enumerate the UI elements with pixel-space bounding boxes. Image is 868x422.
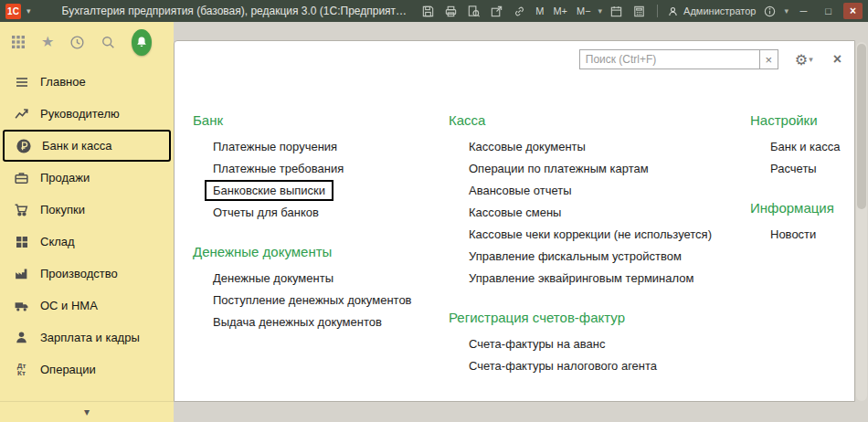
command-link[interactable]: Управление фискальным устройством xyxy=(469,249,682,263)
1c-logo[interactable]: 1С xyxy=(5,4,21,19)
sidebar-item-prodazhi[interactable]: Продажи xyxy=(0,162,174,194)
command-link[interactable]: Денежные документы xyxy=(213,271,333,285)
calendar-icon[interactable] xyxy=(608,3,625,20)
command-link[interactable]: Кассовые чеки коррекции (не используется… xyxy=(469,227,712,241)
sidebar-collapse-bar[interactable]: ▾ xyxy=(0,401,174,422)
user-menu[interactable]: Администратор xyxy=(667,5,756,17)
command-link[interactable]: Расчеты xyxy=(770,162,817,175)
command-link[interactable]: Счета-фактуры налогового агента xyxy=(469,359,657,373)
sidebar-item-label: Продажи xyxy=(40,171,90,185)
settings-gear-icon[interactable]: ⚙▾ xyxy=(795,51,813,69)
info-icon[interactable] xyxy=(761,3,778,20)
calculator-icon[interactable] xyxy=(630,3,648,20)
column-nastroyki: Настройки Банк и касса Расчеты Информаци… xyxy=(750,112,855,249)
command-link[interactable]: Кассовые документы xyxy=(469,140,586,153)
sidebar-item-label: Операции xyxy=(40,363,96,376)
ruble-icon xyxy=(15,137,32,154)
command-link[interactable]: Банк и касса xyxy=(770,140,841,153)
person-icon xyxy=(13,329,30,346)
section-denezhnye-dokumenty: Денежные документы Денежные документы По… xyxy=(193,244,435,329)
section-title[interactable]: Настройки xyxy=(750,112,818,128)
command-link[interactable]: Новости xyxy=(770,227,816,241)
print-icon[interactable] xyxy=(442,3,460,20)
section-title[interactable]: Регистрация счетов-фактур xyxy=(449,310,625,325)
command-link[interactable]: Счета-фактуры на аванс xyxy=(469,337,606,351)
search-input[interactable] xyxy=(579,49,760,69)
sidebar-item-glavnoe[interactable]: Главное xyxy=(0,66,174,98)
section-nastroyki: Настройки Банк и касса Расчеты xyxy=(750,112,855,175)
column-bank: Банк Платежные поручения Платежные требо… xyxy=(193,112,435,337)
app-window: 1С ▾ Бухгалтерия предприятия (базовая), … xyxy=(0,0,868,422)
user-icon xyxy=(667,5,679,17)
command-link[interactable]: Авансовые отчеты xyxy=(469,184,572,197)
command-link[interactable]: Платежные требования xyxy=(213,162,344,175)
close-button[interactable]: × xyxy=(843,3,863,19)
sidebar-item-rukovoditelyu[interactable]: Руководителю xyxy=(0,98,174,130)
sidebar-item-pokupki[interactable]: Покупки xyxy=(0,194,174,226)
sidebar-item-label: Производство xyxy=(40,267,118,280)
command-link-focused[interactable]: Банковские выписки xyxy=(205,180,333,201)
sidebar-item-zarplata-i-kadry[interactable]: Зарплата и кадры xyxy=(0,322,174,353)
tools-grid-icon[interactable] xyxy=(11,35,26,49)
history-clock-icon[interactable] xyxy=(69,35,85,50)
command-link[interactable]: Выдача денежных документов xyxy=(213,315,382,329)
command-link[interactable]: Платежные поручения xyxy=(213,140,337,153)
sidebar-item-label: Банк и касса xyxy=(42,139,112,153)
section-registratsiya-schetov-faktur: Регистрация счетов-фактур Счета-фактуры … xyxy=(449,310,732,373)
memory-dropdown-icon[interactable]: ▾ xyxy=(598,6,603,16)
truck-icon xyxy=(13,297,30,314)
memory-m-minus-button[interactable]: М− xyxy=(575,5,593,16)
briefcase-icon xyxy=(13,169,30,186)
column-kassa: Касса Кассовые документы Операции по пла… xyxy=(449,112,732,381)
sidebar-item-os-i-nma[interactable]: ОС и НМА xyxy=(0,290,174,322)
command-link[interactable]: Операции по платежным картам xyxy=(469,162,649,175)
debit-credit-icon: ДтКт xyxy=(13,361,30,378)
section-title[interactable]: Банк xyxy=(193,112,223,128)
main-menu-dropdown-icon[interactable]: ▾ xyxy=(26,6,31,16)
search-clear-icon[interactable]: × xyxy=(760,49,778,69)
window-title: Бухгалтерия предприятия (базовая), редак… xyxy=(62,5,409,17)
section-bank: Банк Платежные поручения Платежные требо… xyxy=(193,112,435,219)
sidebar-item-bank-i-kassa[interactable]: Банк и касса xyxy=(3,130,171,162)
sidebar-item-label: Руководителю xyxy=(40,107,120,121)
favorites-star-icon[interactable]: ★ xyxy=(41,35,54,49)
get-link-icon[interactable] xyxy=(511,3,528,20)
command-link[interactable]: Кассовые смены xyxy=(469,206,561,219)
section-informatsiya: Информация Новости xyxy=(750,200,855,241)
memory-m-button[interactable]: М xyxy=(534,5,545,16)
panel-close-icon[interactable]: × xyxy=(833,52,842,67)
sidebar-item-label: Зарплата и кадры xyxy=(40,331,140,344)
print-preview-icon[interactable] xyxy=(465,3,482,20)
section-title[interactable]: Касса xyxy=(449,112,485,128)
boxes-icon xyxy=(13,233,30,250)
sidebar-item-operatsii[interactable]: ДтКт Операции xyxy=(0,353,174,385)
menu-icon xyxy=(13,73,30,90)
save-icon[interactable] xyxy=(419,3,437,20)
sidebar-menu: Главное Руководителю Банк и касса Продаж… xyxy=(0,66,174,385)
goto-link-icon[interactable] xyxy=(488,3,505,20)
factory-icon xyxy=(13,265,30,282)
minimize-button[interactable]: ─ xyxy=(794,3,813,19)
vertical-scrollbar[interactable] xyxy=(856,42,867,401)
chart-icon xyxy=(13,105,30,122)
notifications-bell-icon[interactable] xyxy=(132,29,152,56)
section-title[interactable]: Денежные документы xyxy=(193,244,332,259)
maximize-button[interactable]: □ xyxy=(819,3,838,19)
sidebar-toolbar: ★ xyxy=(0,22,174,62)
sidebar-item-label: Склад xyxy=(40,235,75,248)
sidebar-item-proizvodstvo[interactable]: Производство xyxy=(0,258,174,290)
command-link[interactable]: Отчеты для банков xyxy=(213,206,319,219)
sidebar-item-sklad[interactable]: Склад xyxy=(0,226,174,258)
sidebar-item-label: ОС и НМА xyxy=(40,299,98,312)
search-icon[interactable] xyxy=(101,35,116,50)
info-dropdown-icon[interactable]: ▾ xyxy=(784,6,789,16)
chevron-down-icon: ▾ xyxy=(84,406,90,418)
cart-icon xyxy=(13,201,30,218)
vertical-scrollbar-thumb[interactable] xyxy=(857,44,866,209)
command-link[interactable]: Поступление денежных документов xyxy=(213,293,412,307)
memory-m-plus-button[interactable]: М+ xyxy=(551,5,569,16)
user-name: Администратор xyxy=(683,5,756,16)
section-title[interactable]: Информация xyxy=(750,200,834,216)
titlebar: 1С ▾ Бухгалтерия предприятия (базовая), … xyxy=(0,0,868,22)
command-link[interactable]: Управление эквайринговым терминалом xyxy=(469,271,693,285)
